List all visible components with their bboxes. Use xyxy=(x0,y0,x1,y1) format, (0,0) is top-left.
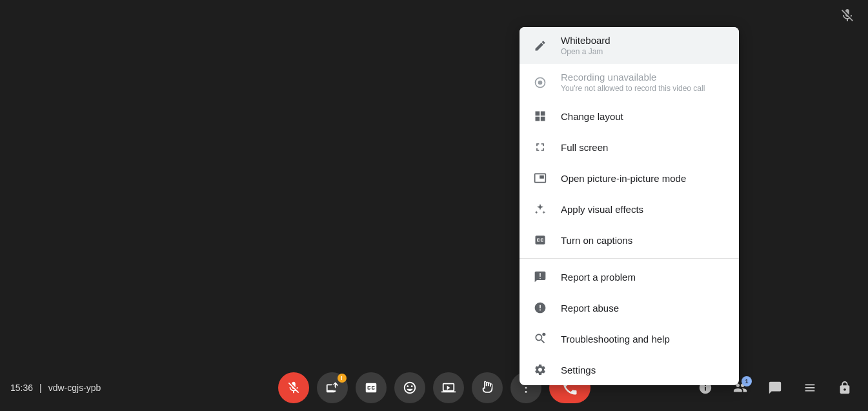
camera-button[interactable]: ! xyxy=(317,372,348,403)
menu-item-pip[interactable]: Open picture-in-picture mode xyxy=(520,163,739,194)
mute-indicator-top xyxy=(840,8,855,23)
camera-badge: ! xyxy=(338,374,347,383)
sparkle-icon xyxy=(532,201,548,217)
meeting-info: 15:36 | vdw-cgjs-ypb xyxy=(10,383,101,393)
menu-item-change-layout[interactable]: Change layout xyxy=(520,101,739,132)
menu-change-layout-label: Change layout xyxy=(561,111,623,122)
svg-point-1 xyxy=(538,80,543,85)
svg-point-5 xyxy=(525,391,527,393)
menu-item-settings[interactable]: Settings xyxy=(520,354,739,385)
menu-recording-subtitle: You're not allowed to record this video … xyxy=(561,84,705,93)
captions-icon xyxy=(532,232,548,248)
menu-item-troubleshoot[interactable]: Troubleshooting and help xyxy=(520,323,739,354)
activities-button[interactable] xyxy=(797,375,823,401)
menu-report-abuse-label: Report abuse xyxy=(561,303,619,314)
pencil-icon xyxy=(532,38,548,54)
meeting-code: vdw-cgjs-ypb xyxy=(48,383,101,393)
menu-troubleshoot-label: Troubleshooting and help xyxy=(561,334,670,345)
menu-item-report-problem[interactable]: Report a problem xyxy=(520,261,739,292)
menu-pip-label: Open picture-in-picture mode xyxy=(561,173,686,184)
lock-button[interactable] xyxy=(832,375,858,401)
menu-item-visual-effects[interactable]: Apply visual effects xyxy=(520,194,739,225)
menu-report-problem-label: Report a problem xyxy=(561,272,636,283)
menu-divider xyxy=(520,258,739,259)
meeting-separator: | xyxy=(39,383,42,393)
menu-fullscreen-label: Full screen xyxy=(561,142,608,153)
menu-item-report-abuse[interactable]: Report abuse xyxy=(520,292,739,323)
menu-recording-label: Recording unavailable xyxy=(561,72,705,83)
pip-icon xyxy=(532,170,548,186)
meeting-time: 15:36 xyxy=(10,383,33,393)
menu-whiteboard-subtitle: Open a Jam xyxy=(561,47,611,56)
mic-button[interactable] xyxy=(278,372,309,403)
svg-point-4 xyxy=(525,387,527,389)
record-icon xyxy=(532,75,548,90)
svg-point-2 xyxy=(542,333,545,336)
menu-visual-effects-label: Apply visual effects xyxy=(561,204,643,215)
menu-captions-label: Turn on captions xyxy=(561,235,632,246)
menu-item-whiteboard[interactable]: Whiteboard Open a Jam xyxy=(520,27,739,64)
menu-item-recording: Recording unavailable You're not allowed… xyxy=(520,64,739,101)
menu-item-captions[interactable]: Turn on captions xyxy=(520,225,739,256)
menu-whiteboard-label: Whiteboard xyxy=(561,35,611,46)
report-abuse-icon xyxy=(532,300,548,316)
captions-button[interactable] xyxy=(356,372,387,403)
menu-settings-label: Settings xyxy=(561,365,596,376)
fullscreen-icon xyxy=(532,139,548,155)
menu-item-fullscreen[interactable]: Full screen xyxy=(520,132,739,163)
emoji-button[interactable] xyxy=(394,372,425,403)
present-button[interactable] xyxy=(433,372,464,403)
settings-icon xyxy=(532,362,548,377)
layout-icon xyxy=(532,108,548,124)
people-badge: 1 xyxy=(742,376,752,386)
context-menu: Whiteboard Open a Jam Recording unavaila… xyxy=(520,27,739,385)
chat-button[interactable] xyxy=(762,375,788,401)
raise-hand-button[interactable] xyxy=(472,372,503,403)
report-problem-icon xyxy=(532,269,548,285)
help-icon xyxy=(532,331,548,346)
